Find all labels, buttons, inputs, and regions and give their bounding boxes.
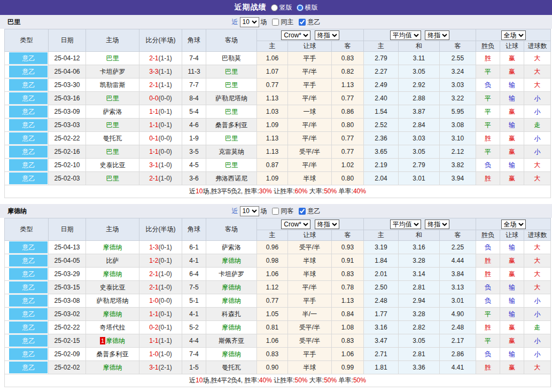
goals-result-cell: 小 (524, 348, 551, 361)
home-odds-cell: 1.06 (257, 268, 288, 281)
col-result: 胜负 (476, 230, 500, 241)
handicap-line-cell: 半/一 (288, 308, 332, 321)
date-cell: 25-04-05 (49, 254, 86, 268)
goals-result-cell: 大 (524, 52, 551, 65)
final-index-select[interactable]: 终指 (315, 30, 339, 40)
col-goals: 进球数 (524, 41, 551, 52)
final-index-select-2[interactable]: 终指 (425, 30, 449, 40)
handicap-result-cell: 赢 (500, 105, 524, 119)
col-corner: 角球 (182, 29, 206, 52)
away-team-cell: 摩德纳 (206, 254, 257, 268)
home-odds-cell: 1.13 (257, 145, 288, 159)
avg-draw-cell: 3.16 (399, 241, 440, 254)
result-cell: 平 (476, 92, 500, 105)
col-avg-away: 客 (440, 41, 476, 52)
corner-cell: 8-4 (182, 92, 206, 105)
avg-away-cell: 2.55 (440, 52, 476, 65)
avg-home-cell: 2.40 (364, 92, 399, 105)
league-filter-checkbox[interactable] (299, 208, 306, 215)
home-odds-cell: 1.07 (257, 65, 288, 79)
col-score: 比分(半场) (139, 218, 182, 241)
away-team-cell: 摩德纳 (206, 281, 257, 294)
corner-cell: 7-7 (182, 79, 206, 92)
home-odds-cell: 1.03 (257, 105, 288, 119)
home-odds-cell: 0.96 (257, 241, 288, 254)
match-row: 意乙25-03-29摩德纳2-1(1-0)6-4卡坦萨罗1.06半球0.832.… (5, 268, 551, 281)
handicap-result-cell: 赢 (500, 132, 524, 145)
result-cell: 平 (476, 105, 500, 119)
goals-result-cell: 大 (524, 241, 551, 254)
avg-draw-cell: 3.14 (399, 268, 440, 281)
team-name: 巴里 (7, 18, 20, 27)
date-cell: 25-02-22 (49, 321, 86, 334)
match-count-select[interactable]: 10 (240, 206, 259, 216)
handicap-line-cell: 平/半 (288, 159, 332, 172)
result-cell: 胜 (476, 361, 500, 374)
handicap-result-cell: 输 (500, 159, 524, 172)
score-cell: 1-1(1-1) (139, 334, 182, 348)
horizontal-radio[interactable] (297, 4, 304, 11)
result-cell: 胜 (476, 268, 500, 281)
home-odds-cell: 1.13 (257, 132, 288, 145)
home-odds-cell: 1.05 (257, 308, 288, 321)
score-cell: 2-1(1-1) (139, 79, 182, 92)
match-row: 意乙25-03-02摩德纳1-1(0-1)4-1科森扎1.05半/一0.841.… (5, 308, 551, 321)
match-row: 意乙25-02-22奇塔代拉0-2(0-1)5-2摩德纳0.81受平/半1.08… (5, 321, 551, 334)
avg-away-cell: 3.01 (440, 294, 476, 308)
goals-result-cell: 小 (524, 105, 551, 119)
avg-away-cell: 3.03 (440, 79, 476, 92)
away-team-cell: 卡坦萨罗 (206, 268, 257, 281)
horizontal-layout-option[interactable]: 横版 (297, 3, 318, 12)
match-row: 意乙25-03-15史泰比亚2-1(1-0)7-5摩德纳1.12平/半0.782… (5, 281, 551, 294)
same-away-checkbox[interactable] (272, 208, 279, 215)
league-cell: 意乙 (5, 132, 49, 145)
match-row: 意乙25-02-10史泰比亚3-1(1-0)4-5巴里0.87平/半1.022.… (5, 159, 551, 172)
home-odds-cell: 1.09 (257, 119, 288, 132)
handicap-line-cell: 一球 (288, 105, 332, 119)
avg-home-cell: 2.79 (364, 52, 399, 65)
league-cell: 意乙 (5, 79, 49, 92)
avg-away-cell: 4.90 (440, 308, 476, 321)
home-team-cell: 巴里 (86, 145, 139, 159)
near-label: 近 (232, 18, 238, 27)
score-cell: 0-0(0-0) (139, 92, 182, 105)
average-select[interactable]: 平均值 (390, 30, 421, 40)
handicap-result-cell: 赢 (500, 172, 524, 185)
avg-draw-cell: 3.05 (399, 65, 440, 79)
final-index-select[interactable]: 终指 (315, 219, 339, 229)
goals-result-cell: 大 (524, 254, 551, 268)
away-odds-cell: 0.83 (332, 268, 364, 281)
odds-company-select[interactable]: Crow* (281, 30, 310, 40)
title-bar: 近期战绩 竖版 横版 (0, 0, 552, 15)
col-avg-home: 主 (364, 230, 399, 241)
home-team-cell: 摩德纳 (86, 308, 139, 321)
same-home-checkbox[interactable] (272, 19, 279, 26)
avg-draw-cell: 3.87 (399, 105, 440, 119)
date-cell: 25-03-16 (49, 92, 86, 105)
avg-away-cell: 2.86 (440, 348, 476, 361)
avg-away-cell: 4.41 (440, 361, 476, 374)
date-cell: 25-02-03 (49, 172, 86, 185)
home-odds-cell: 0.77 (257, 79, 288, 92)
col-date: 日期 (49, 218, 86, 241)
col-type: 类型 (5, 218, 49, 241)
recent-results-table: 类型 日期 主场 比分(半场) 角球 客场 Crow* 终指 平均值 终指 全场 (4, 29, 551, 198)
vertical-layout-option[interactable]: 竖版 (271, 3, 292, 12)
final-index-select-2[interactable]: 终指 (425, 219, 449, 229)
away-team-cell: 桑普多利亚 (206, 119, 257, 132)
home-team-cell: 曼托瓦 (86, 132, 139, 145)
full-match-select[interactable]: 全场 (501, 30, 526, 40)
match-count-select[interactable]: 10 (240, 17, 259, 27)
full-match-select[interactable]: 全场 (501, 219, 526, 229)
league-filter-checkbox[interactable] (299, 19, 306, 26)
odds-company-select[interactable]: Crow* (281, 219, 310, 229)
corner-cell: 7-4 (182, 348, 206, 361)
col-type: 类型 (5, 29, 49, 52)
match-row: 意乙25-03-03巴里1-1(0-1)4-6桑普多利亚1.09平/半0.802… (5, 119, 551, 132)
match-row: 意乙25-02-151摩德纳1-1(1-1)4-4斯佩齐亚1.06受平/半0.8… (5, 334, 551, 348)
away-odds-cell: 0.99 (332, 361, 364, 374)
handicap-line-cell: 平手 (288, 79, 332, 92)
vertical-radio[interactable] (271, 4, 278, 11)
average-select[interactable]: 平均值 (390, 219, 421, 229)
score-cell: 2-1(1-0) (139, 172, 182, 185)
